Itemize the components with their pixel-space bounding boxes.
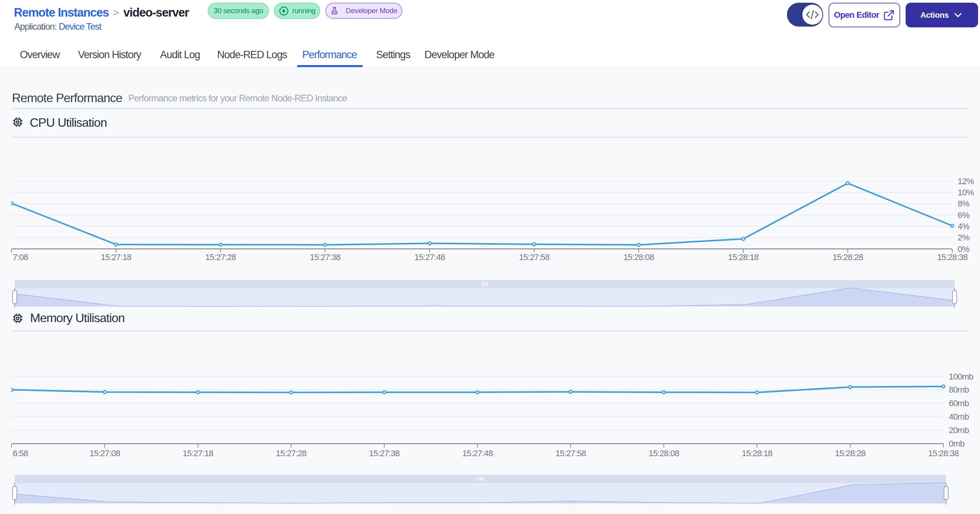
svg-text:10%: 10%	[958, 188, 974, 197]
svg-text:15:27:58: 15:27:58	[519, 252, 550, 262]
svg-text:15:28:08: 15:28:08	[624, 252, 654, 262]
svg-text:12%: 12%	[958, 176, 974, 186]
svg-text:7:08: 7:08	[13, 252, 28, 262]
svg-text:15:27:48: 15:27:48	[462, 448, 493, 458]
svg-text:15:27:28: 15:27:28	[276, 448, 307, 458]
svg-text:20mb: 20mb	[949, 425, 969, 435]
svg-text:15:27:18: 15:27:18	[183, 448, 213, 458]
svg-text:0mb: 0mb	[949, 439, 965, 448]
svg-text:6:58: 6:58	[13, 448, 28, 458]
svg-text:60mb: 60mb	[949, 398, 969, 408]
svg-text:15:27:38: 15:27:38	[310, 252, 341, 262]
svg-text:15:27:58: 15:27:58	[555, 448, 586, 458]
svg-text:15:28:18: 15:28:18	[742, 448, 773, 458]
svg-text:80mb: 80mb	[949, 385, 969, 395]
svg-text:2%: 2%	[958, 233, 969, 242]
svg-text:6%: 6%	[958, 210, 969, 220]
svg-text:15:28:18: 15:28:18	[728, 252, 759, 262]
svg-text:15:28:28: 15:28:28	[832, 252, 863, 262]
svg-text:100mb: 100mb	[949, 372, 973, 381]
svg-text:15:27:18: 15:27:18	[101, 252, 132, 262]
svg-text:40mb: 40mb	[949, 412, 969, 422]
svg-text:15:27:38: 15:27:38	[369, 448, 400, 458]
svg-text:15:28:28: 15:28:28	[835, 448, 866, 458]
svg-text:8%: 8%	[958, 199, 969, 208]
svg-text:15:28:08: 15:28:08	[649, 448, 679, 458]
svg-text:15:28:38: 15:28:38	[928, 448, 959, 458]
svg-text:0%: 0%	[958, 244, 969, 254]
svg-text:15:27:08: 15:27:08	[89, 448, 120, 458]
svg-text:4%: 4%	[958, 222, 969, 231]
svg-text:15:27:48: 15:27:48	[414, 252, 445, 262]
svg-text:15:27:28: 15:27:28	[205, 252, 236, 262]
